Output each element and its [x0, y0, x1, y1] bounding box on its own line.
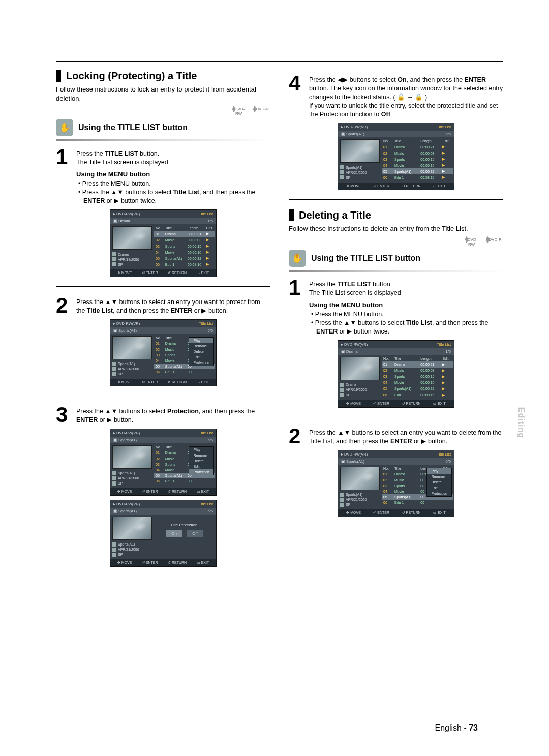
dvd-rw-icon: DVD-RW: [230, 107, 248, 116]
protection-off: Off: [187, 530, 203, 537]
step-4-text: Press the ◀▶ buttons to select On, and t…: [309, 74, 503, 118]
step-1d-text: Press the TITLE LIST button. The Title L…: [309, 278, 503, 336]
protection-panel: Title Protection: On Off: [154, 516, 215, 544]
section-title: Locking (Protecting) a Title: [66, 70, 197, 82]
side-tab-label: Editing: [516, 407, 526, 438]
title-list-keycap-icon: ✋: [289, 250, 306, 267]
step-1-text: Press the TITLE LIST button. The Title L…: [76, 147, 270, 205]
thumbnail-icon: [112, 517, 152, 540]
thumbnail-icon: [340, 139, 380, 163]
disc-icons: DVD-RW DVD-R: [56, 107, 270, 116]
page-footer: English - 73: [435, 723, 478, 733]
step-3-text: Press the ▲▼ buttons to select Protectio…: [76, 405, 270, 425]
osd-screenshot-3: ▸ DVD-RW(VR)Title List ▣ Sports(A1)5/6 S…: [110, 429, 217, 496]
divider: [289, 199, 503, 200]
thumbnail-icon: [112, 445, 152, 469]
title-list-keycap-icon: ✋: [56, 119, 73, 136]
step-1-number: 1: [56, 147, 71, 205]
using-title-list-heading: Using the TITLE LIST button: [78, 123, 188, 132]
step-4-number: 4: [289, 74, 304, 118]
protection-on: On: [166, 530, 182, 537]
osd-screenshot-2: ▸ DVD-RW(VR)Title List ▣ Sports(A1)5/6 S…: [110, 319, 217, 386]
thumbnail-icon: [112, 336, 152, 359]
using-menu-heading: Using the MENU button: [309, 300, 503, 310]
osd-screenshot-locked: ▸ DVD-RW(VR)Title List ▣ Sports(A1)5/6 S…: [338, 123, 454, 190]
bullet-press-menu: • Press the MENU button.: [76, 179, 270, 188]
gradient-rule: [289, 270, 503, 272]
gradient-rule: [56, 139, 270, 141]
edit-popup: Play Rename Delete Edit Protection: [426, 468, 452, 497]
locking-intro: Follow these instructions to lock an ent…: [56, 85, 270, 103]
thumbnail-icon: [340, 467, 380, 490]
edit-popup: Play Rename Delete Edit Protection: [189, 337, 214, 366]
using-title-list-row: ✋ Using the TITLE LIST button: [56, 119, 270, 136]
section-deleting: Deleting a Title: [289, 209, 503, 221]
step-3-number: 3: [56, 405, 71, 425]
section-title: Deleting a Title: [299, 209, 371, 221]
top-rule: [56, 61, 503, 62]
divider: [289, 417, 503, 417]
section-locking: Locking (Protecting) a Title: [56, 70, 270, 82]
osd-screenshot-4: ▸ DVD-RW(VR)Title List ▣ Sports(A1)5/6 S…: [110, 500, 217, 567]
bullet-press-menu: • Press the MENU button.: [309, 310, 503, 319]
accent-bar: [56, 70, 61, 82]
using-menu-heading: Using the MENU button: [76, 170, 270, 179]
dvd-r-icon: DVD-R: [485, 237, 503, 242]
step-2-text: Press the ▲▼ buttons to select an entry …: [76, 296, 270, 315]
disc-icons: DVD-RW DVD-R: [289, 237, 503, 247]
step-1d-number: 1: [289, 278, 304, 336]
divider: [56, 286, 270, 287]
step-2d-number: 2: [289, 427, 304, 446]
thumbnail-icon: [340, 357, 380, 380]
bullet-press-title-list: • Press the ▲▼ buttons to select Title L…: [309, 319, 503, 336]
deleting-intro: Follow these instructions to delete an e…: [289, 224, 503, 233]
dvd-rw-icon: DVD-RW: [463, 237, 481, 247]
bullet-press-title-list: • Press the ▲▼ buttons to select Title L…: [76, 188, 270, 205]
using-title-list-row: ✋ Using the TITLE LIST button: [289, 250, 503, 267]
accent-bar: [289, 209, 294, 221]
thumbnail-icon: [112, 226, 152, 250]
step-2-number: 2: [56, 296, 71, 315]
divider: [56, 396, 270, 396]
osd-screenshot-d1: ▸ DVD-RW(VR)Title List ▣ Drama1/6 Drama …: [338, 340, 454, 408]
using-title-list-heading: Using the TITLE LIST button: [311, 254, 420, 263]
step-2d-text: Press the ▲▼ buttons to select an entry …: [309, 427, 503, 446]
dvd-r-icon: DVD-R: [252, 107, 270, 111]
edit-popup: Play Rename Delete Edit Protection: [189, 446, 214, 475]
osd-screenshot-1: ▸ DVD-RW(VR)Title List ▣ Drama1/6 Drama …: [110, 209, 217, 277]
osd-screenshot-d2: ▸ DVD-RW(VR)Title List ▣ Sports(A1)5/6 S…: [338, 450, 454, 517]
